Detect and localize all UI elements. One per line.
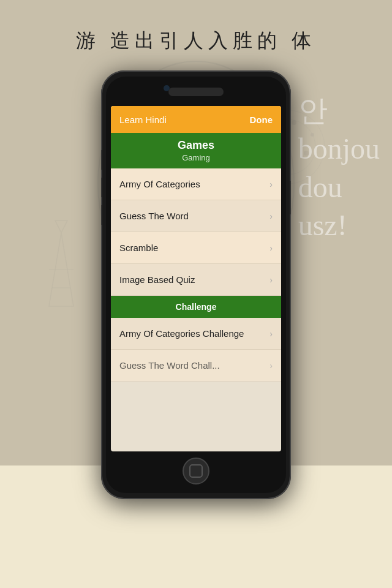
- challenge-title: Challenge: [119, 302, 273, 312]
- list-item-label: Guess The Word: [119, 211, 189, 221]
- challenge-section-header: Challenge: [111, 296, 281, 318]
- nav-title: Learn Hindi: [119, 115, 167, 125]
- list-item-label: Guess The Word Chall...: [119, 360, 220, 371]
- phone-frame: Learn Hindi Done Games Gaming Army Of Ca…: [101, 70, 291, 499]
- home-button[interactable]: [183, 458, 209, 484]
- chevron-icon: ›: [270, 275, 273, 285]
- done-button[interactable]: Done: [250, 115, 273, 125]
- svg-point-6: [292, 120, 296, 125]
- chevron-icon: ›: [270, 361, 273, 371]
- power-button: [290, 181, 291, 214]
- bg-chinese-text: 游 造出引人入胜的 体: [0, 28, 392, 55]
- volume-up-button: [101, 150, 102, 170]
- chevron-icon: ›: [270, 243, 273, 253]
- chevron-icon: ›: [270, 211, 273, 221]
- speaker: [168, 88, 224, 96]
- phone-screen: Learn Hindi Done Games Gaming Army Of Ca…: [111, 106, 281, 451]
- list-item-label: Image Based Quiz: [119, 274, 195, 285]
- list-item-label: Scramble: [119, 243, 158, 253]
- chevron-icon: ›: [270, 179, 273, 189]
- games-title: Games: [119, 139, 273, 152]
- home-button-icon: [189, 464, 203, 478]
- games-section-header: Games Gaming: [111, 133, 281, 168]
- list-item-army-categories-challenge[interactable]: Army Of Categories Challenge ›: [111, 318, 281, 350]
- phone-inner: Learn Hindi Done Games Gaming Army Of Ca…: [106, 77, 286, 493]
- nav-bar: Learn Hindi Done: [111, 106, 281, 133]
- mute-button: [101, 205, 102, 225]
- list-item-label: Army Of Categories Challenge: [119, 328, 244, 339]
- list-item-army-of-categories[interactable]: Army Of Categories ›: [111, 168, 281, 200]
- chevron-icon: ›: [270, 329, 273, 339]
- list-item-guess-word-challenge[interactable]: Guess The Word Chall... ›: [111, 350, 281, 382]
- games-subtitle: Gaming: [119, 153, 273, 162]
- list-item-guess-the-word[interactable]: Guess The Word ›: [111, 200, 281, 232]
- bg-korean-text: 안bonjoudouusz!: [298, 92, 380, 245]
- list-item-scramble[interactable]: Scramble ›: [111, 232, 281, 264]
- volume-down-button: [101, 178, 102, 197]
- list-item-image-based-quiz[interactable]: Image Based Quiz ›: [111, 264, 281, 296]
- list-item-label: Army Of Categories: [119, 179, 200, 189]
